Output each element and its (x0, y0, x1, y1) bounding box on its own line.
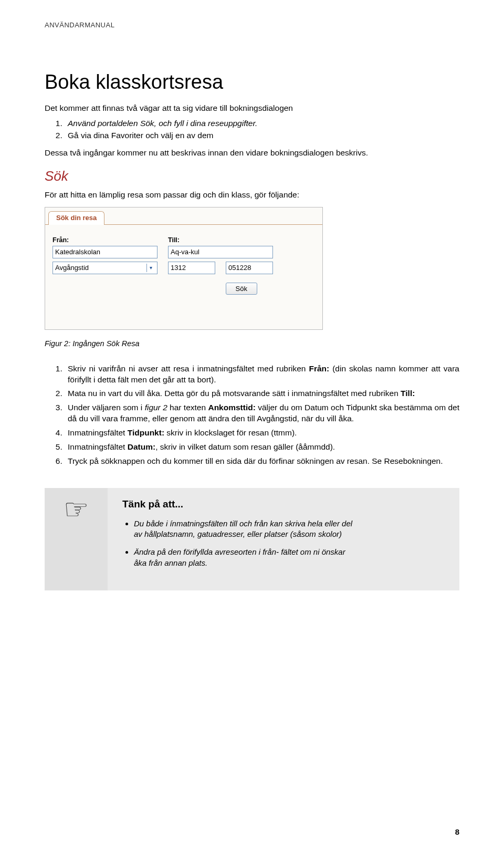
doc-header: ANVÄNDARMANUAL (45, 21, 459, 29)
chevron-down-icon: ▾ (146, 264, 155, 272)
till-input[interactable] (168, 246, 273, 258)
callout-list: Du både i ínmatningsfälten till och från… (134, 518, 445, 568)
intro-list: Använd portaldelen Sök, och fyll i dina … (65, 118, 459, 141)
callout-icon-col: ☞ (45, 488, 108, 590)
step-text: Under väljaren som i (68, 403, 145, 412)
step-text: Skriv ni varifrån ni avser att resa i in… (68, 364, 309, 373)
intro-paragraph: Det kommer att finnas två vägar att ta s… (45, 103, 459, 114)
search-panel: Sök din resa Från: Till: Avgångstid ▾ Sö… (45, 207, 323, 330)
sok-heading: Sök (45, 168, 459, 184)
step-text: Mata nu in vart du vill åka. Detta gör d… (68, 389, 401, 398)
panel-tab: Sök din resa (48, 211, 104, 225)
step-text: Tryck på sökknappen och du kommer till e… (68, 456, 443, 465)
step-italic: figur 2 (145, 403, 167, 412)
from-input[interactable] (52, 246, 158, 258)
step-bold: Tidpunkt: (128, 428, 164, 437)
step-text: , skriv in vilket datum som resan gäller… (155, 442, 335, 451)
step-item: Under väljaren som i figur 2 har texten … (65, 402, 459, 424)
panel-body: Från: Till: Avgångstid ▾ Sök (45, 224, 322, 329)
callout-item: Du både i ínmatningsfälten till och från… (134, 518, 354, 540)
date-input[interactable] (226, 262, 273, 274)
step-text: har texten (167, 403, 208, 412)
time-input[interactable] (168, 262, 215, 274)
step-item: Inmatningsfältet Tidpunkt: skriv in kloc… (65, 428, 459, 439)
page-number: 8 (455, 827, 459, 836)
intro-paragraph-2: Dessa två ingångar kommer nu att beskriv… (45, 148, 459, 159)
pointing-hand-icon: ☞ (64, 495, 89, 524)
figure-caption: Figur 2: Ingången Sök Resa (45, 339, 459, 348)
callout-item: Ändra på den förifyllda avreseorten i fr… (134, 547, 354, 568)
intro-list-item: Använd portaldelen Sök, och fyll i dina … (65, 118, 459, 129)
step-item: Tryck på sökknappen och du kommer till e… (65, 456, 459, 467)
step-bold: Datum: (128, 442, 155, 451)
step-text: Inmatningsfältet (68, 428, 128, 437)
select-value: Avgångstid (55, 264, 89, 272)
step-item: Mata nu in vart du vill åka. Detta gör d… (65, 388, 459, 399)
step-bold: Till: (401, 389, 415, 398)
search-button[interactable]: Sök (226, 283, 257, 295)
step-bold: Ankomsttid: (208, 403, 255, 412)
sok-intro-text: För att hitta en lämplig resa som passar… (45, 190, 459, 201)
callout-box: ☞ Tänk på att... Du både i ínmatningsfäl… (45, 488, 459, 590)
intro-list-item: Gå via dina Favoriter och välj en av dem (65, 130, 459, 141)
step-item: Skriv ni varifrån ni avser att resa i in… (65, 363, 459, 386)
step-bold: Från: (309, 364, 329, 373)
from-label: Från: (52, 236, 158, 244)
page-title: Boka klasskortsresa (45, 71, 459, 93)
intro-list-item-text: Använd portaldelen Sök, och fyll i dina … (68, 119, 257, 128)
step-item: Inmatningsfältet Datum:, skriv in vilket… (65, 442, 459, 453)
callout-content: Tänk på att... Du både i ínmatningsfälte… (108, 488, 459, 590)
step-text: Inmatningsfältet (68, 442, 128, 451)
steps-list: Skriv ni varifrån ni avser att resa i in… (65, 363, 459, 467)
step-text: skriv in klockslaget för resan (ttmm). (164, 428, 297, 437)
till-label: Till: (168, 236, 273, 244)
time-type-select[interactable]: Avgångstid ▾ (52, 262, 158, 274)
callout-title: Tänk på att... (122, 498, 445, 510)
